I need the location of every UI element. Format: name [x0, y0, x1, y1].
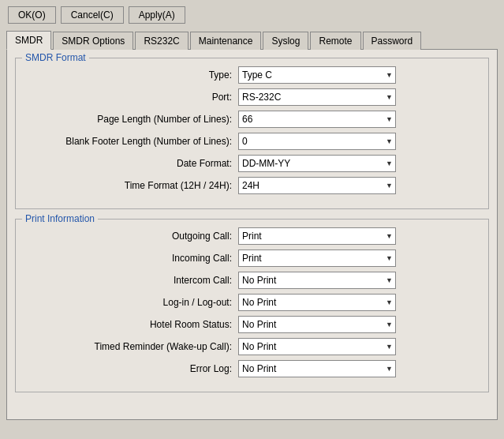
port-select-wrapper: RS-232C LAN: [238, 88, 396, 106]
timed-reminder-select[interactable]: No Print Print: [238, 338, 396, 355]
smdr-format-title: SMDR Format: [22, 52, 89, 63]
apply-button[interactable]: Apply(A): [129, 6, 185, 24]
time-format-label: Time Format (12H / 24H):: [25, 180, 238, 191]
date-format-select-wrapper: DD-MM-YY MM-DD-YY YY-MM-DD: [238, 155, 396, 172]
page-length-select[interactable]: 66 50 80: [238, 111, 396, 128]
print-information-section: Print Information Outgoing Call: Print N…: [15, 219, 489, 392]
timed-reminder-label: Timed Reminder (Wake-up Call):: [25, 341, 238, 352]
error-log-select-wrapper: No Print Print: [238, 360, 396, 377]
tab-smdr-options[interactable]: SMDR Options: [53, 32, 133, 50]
tab-syslog[interactable]: Syslog: [263, 32, 308, 50]
outgoing-call-label: Outgoing Call:: [25, 231, 238, 242]
login-logout-row: Log-in / Log-out: No Print Print: [25, 294, 479, 311]
hotel-room-row: Hotel Room Status: No Print Print: [25, 316, 479, 333]
date-format-select[interactable]: DD-MM-YY MM-DD-YY YY-MM-DD: [238, 155, 396, 172]
time-format-select[interactable]: 24H 12H: [238, 177, 396, 194]
type-select[interactable]: Type C Type A Type B: [238, 66, 396, 84]
tab-rs232c[interactable]: RS232C: [135, 32, 188, 50]
date-format-row: Date Format: DD-MM-YY MM-DD-YY YY-MM-DD: [25, 155, 479, 172]
blank-footer-select-wrapper: 0 1 2: [238, 133, 396, 150]
blank-footer-row: Blank Footer Length (Number of Lines): 0…: [25, 133, 479, 150]
tabs-bar: SMDR SMDR Options RS232C Maintenance Sys…: [0, 30, 504, 49]
page-length-select-wrapper: 66 50 80: [238, 111, 396, 128]
type-row: Type: Type C Type A Type B: [25, 66, 479, 84]
toolbar: OK(O) Cancel(C) Apply(A): [0, 0, 504, 30]
hotel-room-select-wrapper: No Print Print: [238, 316, 396, 333]
intercom-call-label: Intercom Call:: [25, 275, 238, 286]
hotel-room-label: Hotel Room Status:: [25, 319, 238, 330]
port-select[interactable]: RS-232C LAN: [238, 88, 396, 106]
smdr-format-section: SMDR Format Type: Type C Type A Type B P…: [15, 58, 489, 209]
page-length-row: Page Length (Number of Lines): 66 50 80: [25, 111, 479, 128]
hotel-room-select[interactable]: No Print Print: [238, 316, 396, 333]
outgoing-call-select-wrapper: Print No Print: [238, 227, 396, 245]
tab-password[interactable]: Password: [363, 32, 422, 50]
intercom-call-select-wrapper: No Print Print: [238, 272, 396, 289]
port-label: Port:: [25, 92, 238, 103]
blank-footer-label: Blank Footer Length (Number of Lines):: [25, 136, 238, 147]
login-logout-select[interactable]: No Print Print: [238, 294, 396, 311]
tab-smdr[interactable]: SMDR: [6, 31, 51, 50]
timed-reminder-row: Timed Reminder (Wake-up Call): No Print …: [25, 338, 479, 355]
incoming-call-select-wrapper: Print No Print: [238, 250, 396, 267]
port-row: Port: RS-232C LAN: [25, 88, 479, 106]
blank-footer-select[interactable]: 0 1 2: [238, 133, 396, 150]
incoming-call-label: Incoming Call:: [25, 253, 238, 264]
error-log-label: Error Log:: [25, 363, 238, 374]
type-label: Type:: [25, 69, 238, 81]
time-format-select-wrapper: 24H 12H: [238, 177, 396, 194]
print-information-title: Print Information: [22, 213, 98, 224]
incoming-call-select[interactable]: Print No Print: [238, 250, 396, 267]
intercom-call-row: Intercom Call: No Print Print: [25, 272, 479, 289]
error-log-select[interactable]: No Print Print: [238, 360, 396, 377]
page-length-label: Page Length (Number of Lines):: [25, 114, 238, 125]
cancel-button[interactable]: Cancel(C): [61, 6, 124, 24]
tab-remote[interactable]: Remote: [310, 32, 360, 50]
error-log-row: Error Log: No Print Print: [25, 360, 479, 377]
login-logout-select-wrapper: No Print Print: [238, 294, 396, 311]
timed-reminder-select-wrapper: No Print Print: [238, 338, 396, 355]
incoming-call-row: Incoming Call: Print No Print: [25, 250, 479, 267]
ok-button[interactable]: OK(O): [8, 6, 56, 24]
time-format-row: Time Format (12H / 24H): 24H 12H: [25, 177, 479, 194]
date-format-label: Date Format:: [25, 158, 238, 169]
login-logout-label: Log-in / Log-out:: [25, 297, 238, 308]
intercom-call-select[interactable]: No Print Print: [238, 272, 396, 289]
outgoing-call-select[interactable]: Print No Print: [238, 227, 396, 245]
main-content: SMDR Format Type: Type C Type A Type B P…: [6, 49, 498, 420]
outgoing-call-row: Outgoing Call: Print No Print: [25, 227, 479, 245]
tab-maintenance[interactable]: Maintenance: [190, 32, 262, 50]
type-select-wrapper: Type C Type A Type B: [238, 66, 396, 84]
